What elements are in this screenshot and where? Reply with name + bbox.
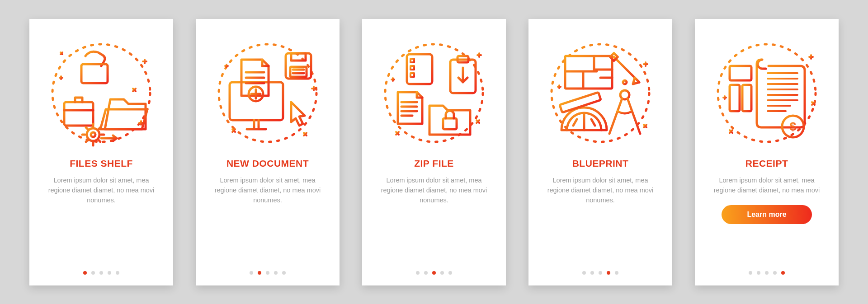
svg-rect-14 — [410, 66, 414, 70]
dot-3[interactable] — [599, 271, 602, 275]
dot-2[interactable] — [258, 271, 261, 275]
files-shelf-icon — [42, 34, 160, 152]
svg-text:$: $ — [790, 120, 797, 133]
svg-rect-26 — [730, 66, 751, 80]
dot-3[interactable] — [266, 271, 269, 275]
dot-4[interactable] — [108, 271, 111, 275]
card-title: Files shelf — [70, 158, 133, 169]
blueprint-icon — [542, 34, 659, 152]
dot-3[interactable] — [99, 271, 103, 275]
dot-2[interactable] — [424, 271, 428, 275]
zip-file-icon — [375, 34, 493, 152]
learn-more-button[interactable]: Learn more — [722, 205, 812, 224]
svg-rect-28 — [742, 85, 751, 111]
svg-rect-27 — [730, 85, 740, 111]
dot-5[interactable] — [116, 271, 119, 275]
dot-5[interactable] — [781, 271, 785, 275]
card-title: Receipt — [745, 158, 788, 169]
dot-5[interactable] — [282, 271, 286, 275]
svg-point-24 — [623, 80, 627, 84]
dot-1[interactable] — [749, 271, 752, 275]
dot-1[interactable] — [416, 271, 420, 275]
onboarding-card-receipt: $ Receipt Lorem ipsum dolor sit amet, me… — [695, 19, 839, 285]
dot-2[interactable] — [590, 271, 594, 275]
dot-4[interactable] — [607, 271, 610, 275]
pagination-dots — [695, 271, 839, 275]
pagination-dots — [196, 271, 340, 275]
card-title: Blueprint — [572, 158, 629, 169]
onboarding-card-zip-file: Zip file Lorem ipsum dolor sit amet, mea… — [362, 19, 506, 285]
dot-4[interactable] — [440, 271, 444, 275]
card-description: Lorem ipsum dolor sit amet, mea regione … — [42, 175, 160, 206]
receipt-icon: $ — [708, 34, 826, 152]
onboarding-card-files-shelf: Files shelf Lorem ipsum dolor sit amet, … — [29, 19, 173, 285]
dot-2[interactable] — [91, 271, 95, 275]
card-title: New document — [226, 158, 309, 169]
svg-rect-13 — [410, 59, 414, 62]
dot-1[interactable] — [83, 271, 87, 275]
card-title: Zip file — [414, 158, 454, 169]
svg-rect-15 — [410, 73, 414, 77]
svg-rect-1 — [81, 64, 108, 83]
dot-4[interactable] — [274, 271, 278, 275]
dot-4[interactable] — [773, 271, 777, 275]
svg-rect-9 — [291, 53, 306, 61]
pagination-dots — [29, 271, 173, 275]
svg-rect-10 — [290, 67, 307, 77]
svg-rect-2 — [64, 102, 93, 126]
new-document-icon — [209, 34, 326, 152]
card-description: Lorem ipsum dolor sit amet, mea regione … — [208, 175, 327, 206]
onboarding-card-new-document: New document Lorem ipsum dolor sit amet,… — [196, 19, 340, 285]
dot-3[interactable] — [432, 271, 436, 275]
card-description: Lorem ipsum dolor sit amet, mea regione … — [541, 175, 660, 206]
svg-point-4 — [91, 132, 95, 137]
svg-rect-18 — [443, 118, 457, 129]
dot-1[interactable] — [250, 271, 253, 275]
dot-5[interactable] — [615, 271, 618, 275]
card-description: Lorem ipsum dolor sit amet, mea regione … — [375, 175, 493, 206]
pagination-dots — [362, 271, 506, 275]
dot-1[interactable] — [582, 271, 586, 275]
onboarding-card-blueprint: Blueprint Lorem ipsum dolor sit amet, me… — [528, 19, 672, 285]
dot-5[interactable] — [448, 271, 452, 275]
dot-2[interactable] — [757, 271, 760, 275]
dot-3[interactable] — [765, 271, 769, 275]
card-description: Lorem ipsum dolor sit amet, mea regione … — [708, 175, 826, 196]
svg-point-3 — [87, 128, 99, 141]
pagination-dots — [528, 271, 672, 275]
